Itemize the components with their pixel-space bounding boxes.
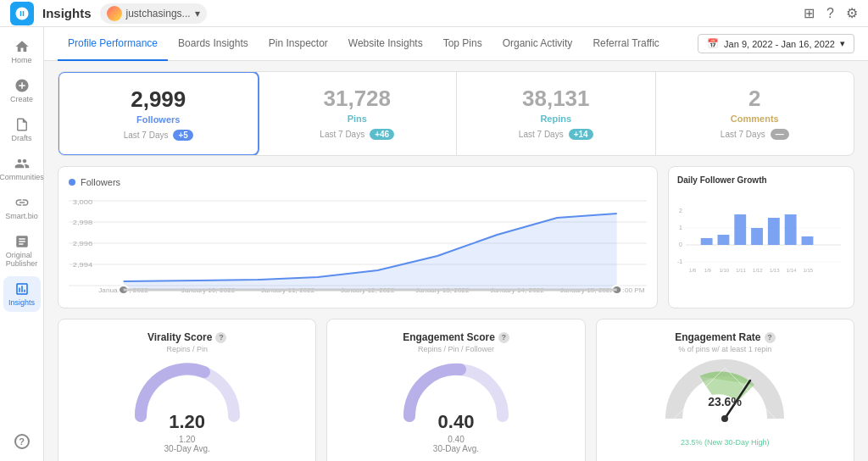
- followers-label: Followers: [76, 114, 241, 125]
- svg-text:1/9: 1/9: [704, 268, 712, 273]
- svg-text:1/14: 1/14: [787, 268, 797, 273]
- sidebar-item-smartbio[interactable]: Smart.bio: [3, 190, 41, 225]
- comments-days: Last 7 Days: [721, 130, 765, 139]
- engagement-subtitle: Repins / Pin / Follower: [341, 345, 570, 353]
- link-icon: [14, 195, 30, 210]
- comments-value: 2: [673, 86, 837, 112]
- pins-value: 31,728: [275, 86, 440, 112]
- publisher-icon: [14, 234, 30, 249]
- chart-legend: Followers: [69, 177, 647, 187]
- virality-info-icon[interactable]: ?: [215, 332, 226, 343]
- engagement-avg: 0.40 30-Day Avg.: [341, 435, 570, 453]
- svg-rect-32: [785, 214, 797, 245]
- svg-rect-30: [751, 228, 763, 245]
- svg-text:1/13: 1/13: [770, 268, 780, 273]
- communities-icon: [14, 156, 30, 171]
- settings-icon[interactable]: ⚙: [846, 5, 858, 21]
- virality-avg: 1.20 30-Day Avg.: [72, 435, 302, 453]
- engagement-rate-subtitle: % of pins w/ at least 1 repin: [610, 345, 840, 353]
- followers-line-chart: 3,000 2,998 2,996 2,994 January 9, 2022 …: [69, 192, 647, 294]
- date-range-picker[interactable]: 📅 Jan 9, 2022 - Jan 16, 2022 ▾: [698, 34, 854, 53]
- sidebar-item-publisher[interactable]: Original Publisher: [3, 229, 41, 273]
- engagement-rate-footer: 23.5% (New 30-Day High): [610, 438, 840, 447]
- sidebar-item-home[interactable]: Home: [3, 34, 41, 69]
- engagement-value: 0.40: [341, 411, 570, 433]
- tab-referral-traffic[interactable]: Referral Traffic: [582, 27, 669, 61]
- tab-website-insights[interactable]: Website Insights: [338, 27, 433, 61]
- daily-follower-growth-chart: 2 1 0 -1: [677, 190, 845, 275]
- engagement-rate-gauge: 23.6%: [657, 355, 793, 431]
- comments-label: Comments: [673, 114, 837, 124]
- tab-organic-activity[interactable]: Organic Activity: [492, 27, 583, 61]
- virality-title: Virality Score ?: [72, 331, 302, 343]
- sidebar-label-smartbio: Smart.bio: [5, 212, 38, 220]
- comments-badge: —: [771, 129, 789, 140]
- home-icon: [14, 39, 30, 54]
- grid-icon[interactable]: ⊞: [804, 5, 815, 21]
- svg-text:2,994: 2,994: [73, 261, 93, 269]
- sidebar-item-create[interactable]: Create: [3, 73, 41, 108]
- svg-text:1: 1: [679, 225, 682, 230]
- pins-label: Pins: [275, 114, 440, 124]
- svg-text:2,998: 2,998: [73, 219, 93, 226]
- svg-text:2: 2: [679, 208, 682, 214]
- tab-profile-performance[interactable]: Profile Performance: [58, 27, 168, 61]
- engagement-title: Engagement Score ?: [341, 331, 570, 343]
- sidebar-item-communities[interactable]: Communities: [3, 151, 41, 186]
- stats-row: 2,999 Followers Last 7 Days +5 31,728 Pi…: [58, 71, 854, 156]
- svg-rect-28: [718, 235, 730, 245]
- svg-text:1/11: 1/11: [736, 268, 746, 273]
- sidebar-item-insights[interactable]: Insights: [3, 276, 41, 312]
- app-logo: [10, 2, 34, 25]
- date-range-label: Jan 9, 2022 - Jan 16, 2022: [724, 39, 835, 49]
- tab-pin-inspector[interactable]: Pin Inspector: [259, 27, 338, 61]
- sidebar: Home Create Drafts Communities Smart.bio…: [0, 27, 44, 461]
- virality-subtitle: Repins / Pin: [72, 345, 302, 353]
- legend-dot: [69, 179, 75, 186]
- engagement-rate-info-icon[interactable]: ?: [765, 332, 776, 343]
- sidebar-label-home: Home: [11, 56, 31, 64]
- svg-text:1/10: 1/10: [720, 268, 730, 273]
- tabs-bar: Profile Performance Boards Insights Pin …: [44, 27, 868, 61]
- svg-text:23.6%: 23.6%: [708, 395, 742, 408]
- stat-card-pins: 31,728 Pins Last 7 Days +46: [259, 72, 458, 155]
- help-icon[interactable]: ?: [826, 6, 834, 21]
- dashboard: 2,999 Followers Last 7 Days +5 31,728 Pi…: [44, 61, 868, 461]
- svg-text:0: 0: [679, 242, 682, 247]
- metric-engagement: Engagement Score ? Repins / Pin / Follow…: [326, 319, 585, 461]
- sidebar-item-drafts[interactable]: Drafts: [3, 112, 41, 147]
- stat-card-repins: 38,131 Repins Last 7 Days +14: [457, 72, 656, 155]
- metric-virality: Virality Score ? Repins / Pin 1.20 1.20: [58, 319, 316, 461]
- sidebar-label-communities: Communities: [0, 173, 44, 181]
- engagement-info-icon[interactable]: ?: [498, 332, 509, 343]
- sidebar-item-help[interactable]: ?: [3, 429, 41, 454]
- svg-point-47: [721, 415, 728, 422]
- svg-text:1/15: 1/15: [804, 268, 814, 273]
- virality-value: 1.20: [72, 411, 302, 433]
- followers-badge: +5: [173, 130, 192, 141]
- main-chart: Followers 3,000 2,998 2,996 2,994: [58, 166, 658, 308]
- svg-rect-27: [701, 238, 713, 245]
- account-name: justchasings...: [126, 8, 191, 19]
- help-circle-icon: ?: [14, 434, 30, 449]
- comments-days-row: Last 7 Days —: [673, 129, 837, 140]
- top-bar-right: ⊞ ? ⚙: [804, 5, 858, 21]
- sidebar-label-drafts: Drafts: [11, 134, 31, 142]
- calendar-icon: 📅: [707, 38, 719, 49]
- dropdown-icon: ▾: [840, 38, 845, 49]
- account-switcher[interactable]: justchasings... ▾: [100, 3, 207, 24]
- stat-card-followers: 2,999 Followers Last 7 Days +5: [58, 71, 259, 156]
- bar-chart-title: Daily Follower Growth: [677, 175, 845, 185]
- insights-icon: [14, 281, 30, 297]
- svg-text:1/12: 1/12: [753, 268, 763, 273]
- followers-days-row: Last 7 Days +5: [76, 130, 241, 141]
- svg-text:-1: -1: [677, 258, 682, 264]
- repins-days: Last 7 Days: [519, 130, 564, 139]
- top-bar: Insights justchasings... ▾ ⊞ ? ⚙: [0, 0, 868, 27]
- drafts-icon: [14, 117, 30, 132]
- chart-legend-label: Followers: [81, 177, 120, 187]
- tab-boards-insights[interactable]: Boards Insights: [168, 27, 259, 61]
- sidebar-label-insights: Insights: [8, 298, 35, 307]
- svg-rect-29: [734, 214, 746, 245]
- tab-top-pins[interactable]: Top Pins: [433, 27, 492, 61]
